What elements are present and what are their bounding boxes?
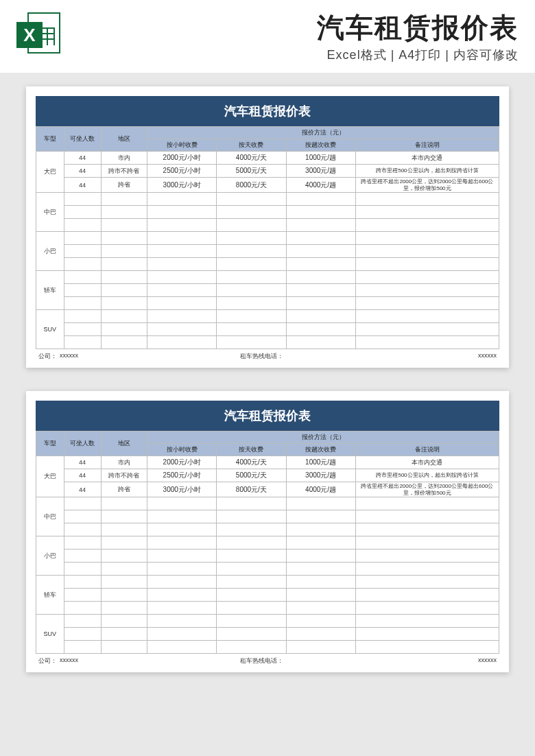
col-remark: 备注说明 [355, 139, 499, 152]
quote-table: 车型 可坐人数 地区 报价方法（元） 按小时收费 按天收费 按趟次收费 备注说明… [36, 431, 499, 654]
company-value: xxxxxx [60, 657, 78, 665]
col-vehicle-type: 车型 [36, 432, 64, 456]
table-row: 大巴 44 市内 2000元/小时 4000元/天 1000元/趟 本市内交通 [36, 152, 499, 165]
hotline-value: xxxxxx [478, 657, 497, 665]
preview-area: 汽车租赁报价表 车型 可坐人数 地区 报价方法（元） 按小时收费 按天收费 按趟… [0, 73, 535, 693]
table-row: 中巴 [36, 497, 499, 510]
col-by-hour: 按小时收费 [147, 139, 217, 152]
sheet-title: 汽车租赁报价表 [36, 401, 499, 431]
hotline-label: 租车热线电话： [240, 352, 283, 361]
table-row: 小巴 [36, 536, 499, 550]
col-by-trip: 按趟次收费 [286, 139, 355, 152]
sheet-footer: 公司：xxxxxx 租车热线电话： xxxxxx [36, 352, 499, 361]
hotline-value: xxxxxx [478, 352, 497, 361]
sheet-footer: 公司：xxxxxx 租车热线电话： xxxxxx [36, 657, 499, 665]
cell-vehicle-type: 大巴 [36, 456, 64, 497]
table-row: 44 跨省 3000元/小时 8000元/天 4000元/趟 跨省里程不超出20… [36, 482, 499, 497]
cell-vehicle-type: 大巴 [36, 152, 64, 193]
table-row: 轿车 [36, 271, 499, 284]
col-remark: 备注说明 [355, 444, 499, 456]
col-area: 地区 [101, 127, 147, 152]
table-row [36, 245, 499, 258]
col-by-day: 按天收费 [217, 139, 286, 152]
table-row [36, 510, 499, 523]
page-header: X 汽车租赁报价表 Excel格式 | A4打印 | 内容可修改 [0, 0, 535, 73]
table-row: SUV [36, 615, 499, 628]
table-row [36, 206, 499, 219]
table-row [36, 589, 499, 602]
table-row [36, 297, 499, 310]
table-row [36, 284, 499, 297]
table-row [36, 641, 499, 654]
col-seats: 可坐人数 [64, 432, 101, 456]
table-row [36, 258, 499, 271]
table-row [36, 336, 499, 349]
sheet-title: 汽车租赁报价表 [36, 96, 499, 126]
table-row [36, 550, 499, 563]
spreadsheet-preview: 汽车租赁报价表 车型 可坐人数 地区 报价方法（元） 按小时收费 按天收费 按趟… [26, 391, 509, 672]
company-label: 公司： [38, 657, 57, 665]
quote-table: 车型 可坐人数 地区 报价方法（元） 按小时收费 按天收费 按趟次收费 备注说明… [36, 126, 499, 349]
company-label: 公司： [38, 352, 57, 361]
col-by-hour: 按小时收费 [147, 444, 217, 456]
col-vehicle-type: 车型 [36, 127, 64, 152]
col-method-group: 报价方法（元） [147, 127, 499, 139]
table-row: SUV [36, 310, 499, 323]
table-row [36, 563, 499, 576]
table-row [36, 523, 499, 536]
col-by-day: 按天收费 [217, 444, 286, 456]
spreadsheet-preview: 汽车租赁报价表 车型 可坐人数 地区 报价方法（元） 按小时收费 按天收费 按趟… [26, 86, 509, 368]
table-row [36, 628, 499, 641]
table-row: 中巴 [36, 193, 499, 206]
table-row: 44 跨市不跨省 2500元/小时 5000元/天 3000元/趟 跨市里程50… [36, 165, 499, 178]
col-by-trip: 按趟次收费 [286, 444, 355, 456]
table-row: 小巴 [36, 232, 499, 245]
hotline-label: 租车热线电话： [240, 657, 283, 665]
company-value: xxxxxx [60, 352, 78, 361]
table-row: 轿车 [36, 576, 499, 589]
table-row [36, 602, 499, 615]
table-row: 大巴 44 市内 2000元/小时 4000元/天 1000元/趟 本市内交通 [36, 456, 499, 469]
col-area: 地区 [101, 432, 147, 456]
table-row [36, 323, 499, 336]
col-method-group: 报价方法（元） [147, 432, 499, 444]
table-row: 44 跨市不跨省 2500元/小时 5000元/天 3000元/趟 跨市里程50… [36, 469, 499, 482]
excel-icon: X [16, 12, 60, 56]
page-subtitle: Excel格式 | A4打印 | 内容可修改 [73, 47, 519, 63]
col-seats: 可坐人数 [64, 127, 101, 152]
page-title: 汽车租赁报价表 [73, 12, 519, 43]
table-row: 44 跨省 3000元/小时 8000元/天 4000元/趟 跨省里程不超出20… [36, 178, 499, 193]
table-row [36, 219, 499, 232]
